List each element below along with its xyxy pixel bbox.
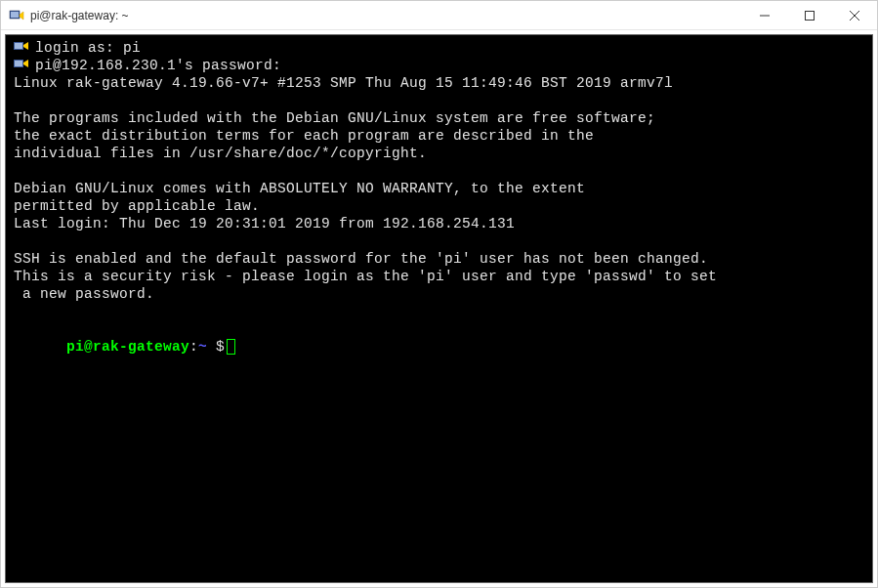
app-window: pi@rak-gateway: ~ login as: pi xyxy=(0,0,878,588)
maximize-icon xyxy=(805,11,815,21)
svg-rect-1 xyxy=(11,12,19,18)
terminal-area[interactable]: login as: pi pi@192.168.230.1's password… xyxy=(5,34,873,583)
terminal-line: Linux rak-gateway 4.19.66-v7+ #1253 SMP … xyxy=(14,74,864,92)
terminal-line: Debian GNU/Linux comes with ABSOLUTELY N… xyxy=(14,180,864,197)
terminal-blank-line xyxy=(14,303,864,320)
terminal-blank-line xyxy=(14,162,864,180)
putty-line-icon xyxy=(14,39,31,55)
terminal-line: SSH is enabled and the default password … xyxy=(14,250,864,268)
minimize-button[interactable] xyxy=(742,1,787,29)
terminal-cursor xyxy=(227,339,235,355)
terminal-line: the exact distribution terms for each pr… xyxy=(14,127,864,145)
window-controls xyxy=(742,1,877,29)
terminal-line: The programs included with the Debian GN… xyxy=(14,109,864,127)
prompt-path: ~ xyxy=(198,339,207,355)
terminal-line: login as: pi xyxy=(14,39,864,57)
close-icon xyxy=(850,11,859,21)
svg-rect-2 xyxy=(806,11,815,20)
svg-rect-6 xyxy=(15,61,22,66)
password-prompt-text: pi@192.168.230.1's password: xyxy=(35,57,281,74)
minimize-icon xyxy=(760,11,770,21)
terminal-blank-line xyxy=(14,232,864,250)
terminal-line: individual files in /usr/share/doc/*/cop… xyxy=(14,145,864,162)
window-title: pi@rak-gateway: ~ xyxy=(30,9,742,22)
terminal-line: This is a security risk - please login a… xyxy=(14,268,864,285)
prompt-colon: : xyxy=(189,339,198,355)
prompt-dollar: $ xyxy=(207,339,225,355)
maximize-button[interactable] xyxy=(787,1,832,29)
titlebar[interactable]: pi@rak-gateway: ~ xyxy=(1,1,877,30)
terminal-line: a new password. xyxy=(14,285,864,303)
svg-rect-4 xyxy=(15,43,22,49)
terminal-line: permitted by applicable law. xyxy=(14,197,864,215)
login-prompt-text: login as: pi xyxy=(35,39,141,57)
terminal-line: Last login: Thu Dec 19 20:31:01 2019 fro… xyxy=(14,215,864,232)
terminal-blank-line xyxy=(14,92,864,109)
close-button[interactable] xyxy=(832,1,877,29)
putty-app-icon xyxy=(9,8,24,23)
putty-line-icon xyxy=(14,57,31,72)
terminal-line: pi@192.168.230.1's password: xyxy=(14,57,864,74)
prompt-line: pi@rak-gateway:~ $ xyxy=(14,320,864,373)
prompt-user-host: pi@rak-gateway xyxy=(66,339,189,355)
